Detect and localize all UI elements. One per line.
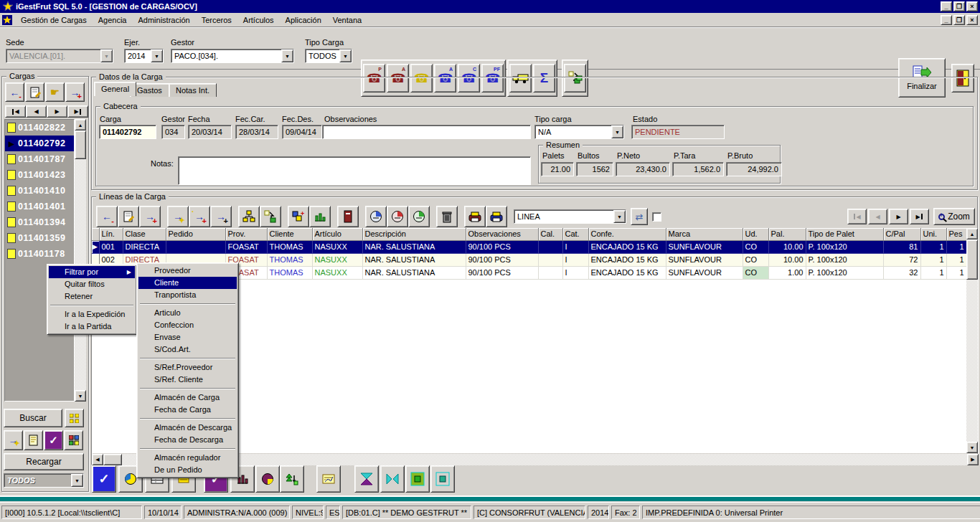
line-insert-button[interactable]: →✦ — [167, 206, 189, 227]
menu-item-aplicaci-n[interactable]: Aplicación — [280, 14, 327, 26]
cabinet-button[interactable] — [337, 206, 359, 227]
column-header[interactable]: Clase — [123, 228, 166, 240]
submenu-item-articulo[interactable]: Articulo — [138, 307, 237, 319]
next-record-button[interactable]: ▶ — [47, 105, 67, 118]
context-menu-item-filtrar-por[interactable]: Filtrar por▶ — [49, 266, 135, 278]
column-header[interactable]: Lín. — [99, 228, 123, 240]
tree-structure-button[interactable] — [238, 206, 260, 227]
sidebar-filter-select[interactable]: TODOS ▼ — [4, 473, 84, 488]
confirm-button[interactable]: ✓ — [44, 430, 63, 450]
menu-item-administraci-n[interactable]: Administración — [132, 14, 195, 26]
ejercicio-select[interactable]: 2014▼ — [124, 49, 164, 63]
square-green-button[interactable] — [405, 465, 430, 493]
lineas-first-button[interactable]: ◀ — [847, 209, 867, 224]
column-header[interactable]: Tipo de Palet — [806, 228, 883, 240]
zoom-button[interactable]: Zoom — [933, 208, 975, 225]
mdi-child-icon[interactable] — [2, 15, 12, 25]
delete-line-trash-button[interactable] — [436, 206, 458, 227]
notes-button[interactable] — [24, 430, 43, 450]
buscar-button[interactable]: Buscar — [4, 409, 62, 427]
tab-general[interactable]: General — [94, 82, 136, 96]
mdi-minimize-button[interactable]: _ — [941, 15, 952, 25]
minimize-button[interactable]: _ — [941, 1, 952, 11]
line-move-button[interactable]: →+ — [210, 206, 232, 227]
submenu-item-s-ref-cliente[interactable]: S/Ref. Cliente — [138, 374, 237, 386]
submenu-item-almac-n-regulador[interactable]: Almacén regulador — [138, 452, 237, 464]
column-header[interactable]: C/Pal — [883, 228, 920, 240]
print-red-button[interactable] — [464, 206, 486, 227]
submenu-item-almac-n-de-carga[interactable]: Almacén de Carga — [138, 392, 237, 404]
line-add-button[interactable]: →+ — [139, 206, 161, 227]
line-copy-add-button[interactable]: →+· — [189, 206, 210, 227]
select-carga-button[interactable]: ☛ — [45, 82, 65, 102]
submenu-item-proveedor[interactable]: Proveedor — [138, 265, 237, 277]
submenu-item-almac-n-de-descarga[interactable]: Almacén de Descarga — [138, 422, 237, 434]
menu-item-agencia[interactable]: Agencia — [93, 14, 133, 26]
mdi-close-button[interactable]: × — [966, 15, 978, 25]
first-record-button[interactable]: ◀ — [5, 105, 26, 118]
restore-button[interactable]: ❐ — [953, 1, 965, 11]
hourglass-x-button[interactable] — [354, 465, 379, 493]
carga-list-item[interactable]: ▶011402792 — [5, 136, 74, 151]
line-delete-button[interactable]: ←- — [96, 206, 118, 227]
tab-notas-int[interactable]: Notas Int. — [169, 83, 217, 97]
mdi-restore-button[interactable]: ❐ — [953, 15, 965, 25]
submenu-item-tranportista[interactable]: Tranportista — [138, 289, 237, 301]
fec-car-field[interactable]: 28/03/14 — [235, 125, 278, 139]
column-header[interactable]: Cliente — [267, 228, 312, 240]
column-header[interactable]: Artículo — [312, 228, 362, 240]
menu-item-terceros[interactable]: Terceros — [196, 14, 237, 26]
transfer-button[interactable]: ⇄ — [631, 208, 648, 225]
lineas-next-button[interactable]: ▶ — [889, 209, 908, 224]
pie-blue-button[interactable] — [365, 206, 387, 227]
line-edit-button[interactable] — [118, 206, 139, 227]
submenu-item-fecha-de-carga[interactable]: Fecha de Carga — [138, 404, 237, 416]
context-menu-item-quitar-filtos[interactable]: Quitar filtos — [49, 278, 135, 290]
notas-field[interactable] — [178, 156, 531, 185]
table-row[interactable]: ▶001DIRECTAFOASATTHOMASNASUXXNAR. SALUST… — [92, 240, 966, 253]
gestor-select[interactable]: PACO.[034].▼ — [171, 49, 294, 63]
carga-list-item[interactable]: 011401423 — [5, 167, 74, 183]
column-header[interactable]: Pal. — [768, 228, 806, 240]
context-menu-item-ir-a-la-partida[interactable]: Ir a la Partida — [49, 321, 135, 333]
view-lineas-button[interactable]: ✓ — [92, 465, 116, 493]
column-header[interactable]: Pedido — [166, 228, 225, 240]
edit-carga-button[interactable] — [25, 82, 44, 102]
menu-item-art-culos[interactable]: Artículos — [237, 14, 280, 26]
submenu-item-cliente[interactable]: Cliente — [138, 277, 237, 289]
carga-list-item[interactable]: 011401178 — [5, 246, 74, 262]
column-header[interactable]: Cat. — [562, 228, 588, 240]
pie-red-button[interactable] — [387, 206, 408, 227]
tipo-carga-select[interactable]: TODOS▼ — [305, 49, 352, 63]
submenu-item-s-ref-proveedor[interactable]: S/Ref.Proveedor — [138, 361, 237, 374]
column-header[interactable]: Prov. — [225, 228, 267, 240]
grid-doc-button[interactable] — [316, 465, 341, 493]
recargar-button[interactable]: Recargar — [4, 453, 84, 470]
chart-button[interactable] — [309, 206, 331, 227]
carga-list-item[interactable]: 011402822 — [5, 120, 74, 136]
cargas-scrollbar[interactable]: ▲ ▼ — [75, 119, 86, 402]
tree-green-button[interactable] — [280, 465, 304, 493]
submenu-item-confeccion[interactable]: Confeccion — [138, 319, 237, 331]
grid-view-button[interactable] — [65, 409, 84, 427]
submenu-item-de-un-pedido[interactable]: De un Pedido — [138, 464, 237, 476]
carga-list-item[interactable]: 011401359 — [5, 230, 74, 246]
fecha-field[interactable]: 20/03/14 — [188, 125, 232, 139]
pie-chart-button[interactable] — [255, 465, 280, 493]
column-header[interactable]: Pes — [946, 228, 966, 240]
prev-record-button[interactable]: ◀ — [26, 105, 47, 118]
column-header[interactable]: Descripción — [362, 228, 466, 240]
print-blue-button[interactable] — [486, 206, 507, 227]
column-header[interactable]: Uni. — [920, 228, 946, 240]
pie-green-button[interactable] — [408, 206, 430, 227]
line-export-button[interactable] — [260, 206, 281, 227]
linea-select[interactable]: LINEA▼ — [514, 209, 626, 224]
tipo-carga-field[interactable]: N/A▼ — [534, 125, 624, 139]
last-record-button[interactable]: ▶ — [67, 105, 88, 118]
carga-list-item[interactable]: 011401401 — [5, 199, 74, 214]
delete-carga-button[interactable]: ←- — [5, 82, 24, 102]
lineas-checkbox[interactable] — [652, 212, 661, 222]
column-header[interactable]: Marca — [666, 228, 743, 240]
submenu-item-fecha-de-descarga[interactable]: Fecha de Descarga — [138, 434, 237, 446]
column-header[interactable]: Ud. — [743, 228, 768, 240]
